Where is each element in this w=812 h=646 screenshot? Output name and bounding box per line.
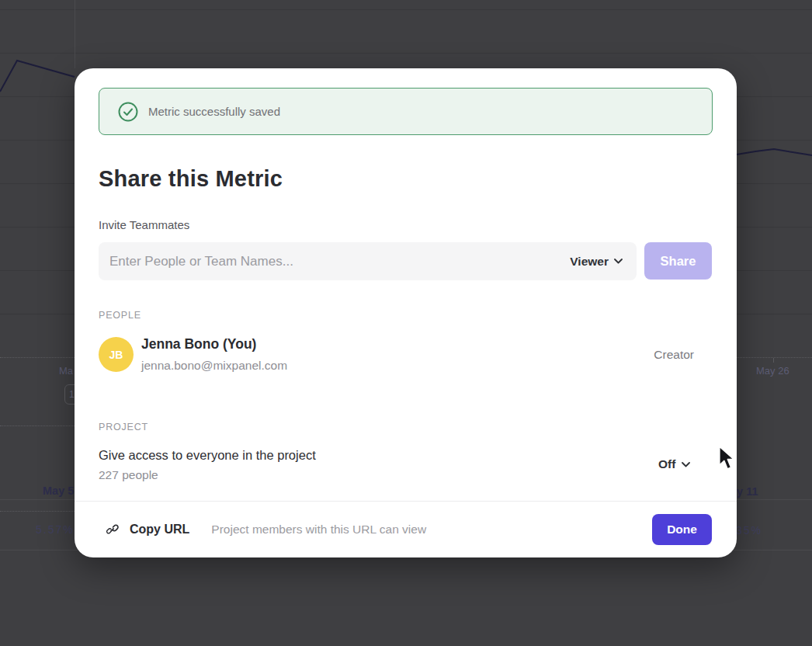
- avatar-initials: JB: [109, 349, 123, 361]
- invite-input-container: Viewer: [99, 242, 637, 280]
- project-people-count: 227 people: [99, 468, 158, 482]
- modal-title: Share this Metric: [99, 166, 283, 192]
- copy-url-button[interactable]: Copy URL: [105, 523, 189, 537]
- project-access-value: Off: [658, 457, 675, 471]
- url-permission-hint: Project members with this URL can view: [211, 523, 426, 537]
- modal-footer: Copy URL Project members with this URL c…: [75, 501, 737, 557]
- success-banner: Metric successfully saved: [99, 88, 713, 135]
- table-value-cell: 35%: [736, 524, 762, 537]
- member-email: jenna.bono@mixpanel.com: [141, 359, 287, 373]
- people-section-heading: PEOPLE: [99, 310, 141, 321]
- avatar: JB: [99, 337, 134, 372]
- x-axis-label: May 26: [756, 365, 789, 377]
- invite-people-input[interactable]: [99, 242, 564, 280]
- share-metric-modal: Metric successfully saved Share this Met…: [75, 68, 737, 557]
- chevron-down-icon: [614, 259, 623, 264]
- table-value-cell: 5.57%: [36, 523, 75, 536]
- mouse-cursor: [718, 445, 735, 471]
- success-banner-message: Metric successfully saved: [148, 105, 280, 118]
- role-dropdown-value: Viewer: [570, 255, 609, 269]
- project-access-dropdown[interactable]: Off: [658, 457, 690, 471]
- project-section-heading: PROJECT: [99, 422, 148, 432]
- project-access-title: Give access to everyone in the project: [99, 448, 316, 463]
- member-role-label: Creator: [654, 348, 694, 362]
- copy-url-label: Copy URL: [130, 523, 189, 537]
- share-button[interactable]: Share: [644, 242, 712, 280]
- chevron-down-icon: [682, 462, 690, 467]
- done-button[interactable]: Done: [652, 514, 712, 545]
- invite-teammates-label: Invite Teammates: [99, 218, 189, 231]
- table-date-header: May 5: [43, 484, 74, 497]
- link-icon: [105, 523, 120, 537]
- x-axis-label: Ma: [59, 365, 73, 377]
- role-dropdown[interactable]: Viewer: [564, 242, 637, 280]
- check-circle-icon: [118, 102, 138, 122]
- member-name: Jenna Bono (You): [141, 336, 256, 353]
